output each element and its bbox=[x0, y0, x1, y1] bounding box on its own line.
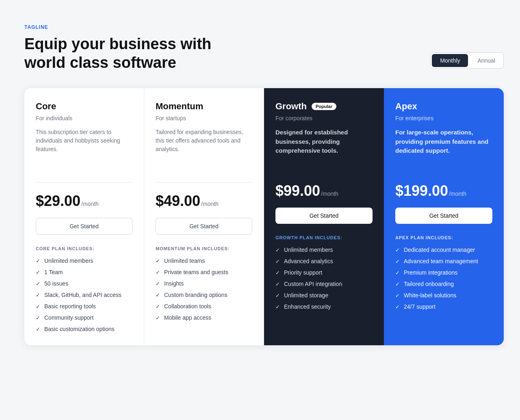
feature-text: 50 issues bbox=[44, 280, 68, 287]
check-icon: ✓ bbox=[275, 247, 280, 253]
get-started-momentum[interactable]: Get Started bbox=[156, 218, 252, 235]
feature-item: ✓Unlimited members bbox=[36, 258, 132, 264]
check-icon: ✓ bbox=[275, 270, 280, 276]
plan-desc-apex: For large-scale operations, providing pr… bbox=[395, 128, 492, 156]
feature-list-apex: ✓Dedicated account manager✓Advanced team… bbox=[395, 247, 492, 310]
feature-text: Unlimited members bbox=[44, 258, 93, 264]
divider bbox=[156, 182, 252, 183]
plan-desc-growth: Designed for established businesses, pro… bbox=[275, 128, 373, 156]
feature-text: Slack, GitHub, and API access bbox=[44, 292, 121, 298]
plan-name-momentum: Momentum bbox=[156, 101, 203, 112]
feature-item: ✓Advanced analytics bbox=[275, 258, 373, 264]
plan-name-apex: Apex bbox=[395, 101, 417, 112]
popular-badge: Popular bbox=[312, 103, 336, 110]
feature-text: Advanced analytics bbox=[284, 258, 333, 264]
check-icon: ✓ bbox=[275, 281, 280, 287]
get-started-growth[interactable]: Get Started bbox=[275, 208, 373, 224]
feature-item: ✓Community support bbox=[36, 314, 132, 321]
check-icon: ✓ bbox=[395, 304, 400, 310]
plan-subtitle-growth: For corporates bbox=[275, 115, 373, 121]
feature-text: 1 Team bbox=[44, 269, 63, 275]
price-period-core: /month bbox=[81, 201, 99, 207]
price-momentum: $49.00 bbox=[156, 193, 200, 210]
check-icon: ✓ bbox=[395, 247, 400, 253]
check-icon: ✓ bbox=[395, 292, 400, 299]
price-period-apex: /month bbox=[449, 191, 466, 197]
feature-text: Tailored onboarding bbox=[404, 281, 454, 287]
feature-item: ✓Custom branding options bbox=[156, 292, 252, 298]
feature-text: Advanced team management bbox=[404, 258, 478, 264]
plan-subtitle-core: For individuals bbox=[36, 115, 132, 121]
plan-card-apex: ApexFor enterprisesFor large-scale opera… bbox=[384, 88, 504, 345]
includes-label-growth: GROWTH PLAN INCLUDES: bbox=[275, 235, 373, 240]
check-icon: ✓ bbox=[156, 303, 160, 310]
check-icon: ✓ bbox=[156, 258, 160, 264]
feature-list-momentum: ✓Unlimited teams✓Private teams and guest… bbox=[156, 258, 252, 321]
feature-text: Priority support bbox=[284, 269, 322, 276]
feature-text: Private teams and guests bbox=[164, 269, 228, 275]
plan-desc-momentum: Tailored for expanding businesses, this … bbox=[156, 128, 252, 154]
get-started-core[interactable]: Get Started bbox=[36, 218, 132, 235]
plan-name-growth: Growth bbox=[275, 101, 307, 112]
page-title: Equip your business with world class sof… bbox=[24, 35, 228, 72]
feature-item: ✓Dedicated account manager bbox=[395, 247, 492, 253]
feature-text: Basic reporting tools bbox=[44, 303, 96, 310]
header-row: Equip your business with world class sof… bbox=[24, 35, 504, 72]
check-icon: ✓ bbox=[36, 292, 40, 298]
feature-item: ✓Basic reporting tools bbox=[36, 303, 132, 310]
feature-text: Collaboration tools bbox=[164, 303, 211, 310]
feature-text: Mobile app access bbox=[164, 314, 211, 321]
feature-text: Unlimited members bbox=[284, 247, 333, 253]
plan-name-row-core: Core bbox=[36, 101, 132, 113]
annual-billing-button[interactable]: Annual bbox=[469, 53, 503, 68]
feature-text: 24/7 support bbox=[404, 303, 436, 310]
feature-text: Custom branding options bbox=[164, 292, 228, 298]
feature-item: ✓Unlimited members bbox=[275, 247, 373, 253]
check-icon: ✓ bbox=[156, 269, 160, 275]
feature-item: ✓Unlimited storage bbox=[275, 292, 373, 299]
plan-subtitle-momentum: For startups bbox=[156, 115, 252, 121]
feature-item: ✓1 Team bbox=[36, 269, 132, 275]
price-apex: $199.00 bbox=[395, 182, 448, 199]
feature-text: Community support bbox=[44, 314, 93, 321]
feature-item: ✓Custom API integration bbox=[275, 281, 373, 287]
tagline: TAGLINE bbox=[24, 24, 504, 30]
plan-name-row-growth: GrowthPopular bbox=[275, 101, 373, 113]
check-icon: ✓ bbox=[275, 304, 280, 310]
feature-text: Dedicated account manager bbox=[404, 247, 475, 253]
feature-item: ✓Unlimited teams bbox=[156, 258, 252, 264]
feature-text: Basic customization options bbox=[44, 326, 115, 332]
feature-item: ✓Slack, GitHub, and API access bbox=[36, 292, 132, 298]
plan-card-momentum: MomentumFor startupsTailored for expandi… bbox=[144, 88, 264, 345]
check-icon: ✓ bbox=[36, 315, 40, 321]
plan-top-core: CoreFor individualsThis subscription tie… bbox=[36, 101, 132, 182]
plan-top-apex: ApexFor enterprisesFor large-scale opera… bbox=[395, 101, 492, 182]
check-icon: ✓ bbox=[36, 303, 40, 310]
check-icon: ✓ bbox=[275, 292, 280, 299]
includes-label-apex: APEX PLAN INCLUDES: bbox=[395, 235, 492, 240]
feature-item: ✓Advanced team management bbox=[395, 258, 492, 264]
check-icon: ✓ bbox=[395, 258, 400, 264]
feature-text: White-label solutions bbox=[404, 292, 456, 299]
feature-item: ✓50 issues bbox=[36, 280, 132, 287]
check-icon: ✓ bbox=[395, 270, 400, 276]
feature-item: ✓Premium integrations bbox=[395, 269, 492, 276]
feature-item: ✓Private teams and guests bbox=[156, 269, 252, 275]
feature-item: ✓Priority support bbox=[275, 269, 373, 276]
price-row-growth: $99.00/month bbox=[275, 182, 373, 199]
plan-desc-core: This subscription tier caters to individ… bbox=[36, 128, 132, 154]
billing-toggle[interactable]: Monthly Annual bbox=[430, 52, 504, 69]
feature-text: Unlimited storage bbox=[284, 292, 328, 299]
monthly-billing-button[interactable]: Monthly bbox=[432, 54, 468, 67]
feature-item: ✓Insights bbox=[156, 280, 252, 287]
feature-item: ✓Enhanced security bbox=[275, 303, 373, 310]
price-row-core: $29.00/month bbox=[36, 193, 132, 210]
plan-name-row-apex: Apex bbox=[395, 101, 492, 113]
feature-text: Enhanced security bbox=[284, 303, 331, 310]
divider bbox=[36, 182, 132, 183]
get-started-apex[interactable]: Get Started bbox=[395, 208, 492, 224]
feature-list-growth: ✓Unlimited members✓Advanced analytics✓Pr… bbox=[275, 247, 373, 310]
plan-top-momentum: MomentumFor startupsTailored for expandi… bbox=[156, 101, 252, 182]
plan-top-growth: GrowthPopularFor corporatesDesigned for … bbox=[275, 101, 373, 182]
price-core: $29.00 bbox=[36, 193, 80, 210]
